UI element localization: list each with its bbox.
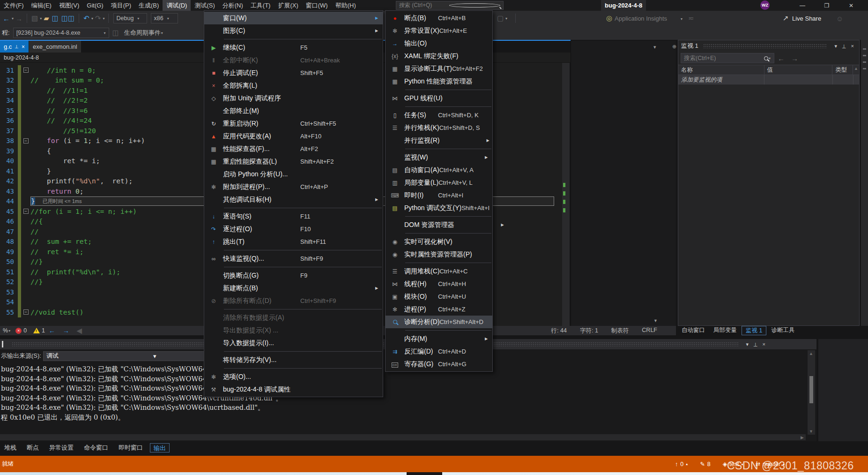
tab-局部变量[interactable]: 局部变量: [710, 326, 741, 335]
menu-item[interactable]: 新建断点(B)▶: [204, 282, 383, 294]
watch-add-row[interactable]: 添加要监视的项: [678, 75, 859, 85]
tab-监视 1[interactable]: 监视 1: [742, 326, 766, 335]
app-insights-label[interactable]: Application Insights: [615, 15, 667, 22]
menubar-item[interactable]: 分析(N): [219, 0, 247, 11]
lifecycle-events-label[interactable]: 生命周期事件: [124, 29, 161, 37]
undo-dropdown-icon[interactable]: ▾: [91, 16, 93, 21]
menu-item[interactable]: {x}XAML 绑定失败(F): [386, 50, 492, 62]
menu-item[interactable]: ▤自动窗口(A)Ctrl+Alt+V, A: [386, 164, 492, 176]
tab-堆栈[interactable]: 堆栈: [1, 443, 20, 452]
menu-item[interactable]: 诊断分析(D)Ctrl+Shift+Alt+D: [386, 316, 492, 328]
undo-icon[interactable]: ↶: [83, 14, 89, 23]
navigate-back-dropdown-icon[interactable]: ▾: [12, 16, 14, 21]
menu-item[interactable]: 0X寄存器(G)Ctrl+Alt+G: [386, 358, 492, 370]
collapse-icon[interactable]: −: [23, 309, 29, 315]
warning-count[interactable]: 1: [42, 327, 45, 334]
collapse-icon[interactable]: −: [23, 209, 29, 214]
open-file-icon[interactable]: ▰: [44, 14, 49, 23]
snapshot-icon[interactable]: ◫: [112, 29, 119, 37]
menu-item[interactable]: ▦Python 性能资源管理器: [386, 75, 492, 88]
navigate-back-icon[interactable]: ←: [3, 15, 10, 23]
window-menu-icon[interactable]: ▾: [653, 44, 656, 50]
menu-item[interactable]: ●断点(B)Ctrl+Alt+B: [386, 12, 492, 24]
menu-item[interactable]: 清除所有数据提示(A): [204, 311, 383, 324]
platform-dropdown[interactable]: x86▾: [151, 13, 178, 23]
fold-margin[interactable]: −: [21, 138, 30, 143]
scroll-down-icon[interactable]: ▼: [809, 429, 813, 434]
menu-item[interactable]: ▥局部变量(L)Ctrl+Alt+V, L: [386, 176, 492, 189]
menu-item[interactable]: ✻进程(P)Ctrl+Alt+Z: [386, 303, 492, 316]
debug-target-icon[interactable]: ▢: [497, 14, 504, 23]
menu-item[interactable]: 全部终止(M): [204, 105, 383, 117]
solution-config-dropdown[interactable]: Debug▾: [113, 13, 147, 23]
app-insights-dropdown-icon[interactable]: ▾: [681, 17, 683, 21]
redo-icon[interactable]: ↷: [95, 14, 101, 23]
output-scrollbar[interactable]: ▲ ▼: [808, 350, 815, 435]
menu-item[interactable]: ◉实时属性资源管理器(P): [386, 248, 492, 261]
watch-forward-icon[interactable]: →: [791, 54, 798, 62]
editor-scrollbar[interactable]: [562, 63, 570, 326]
menu-item[interactable]: →输出(O): [386, 37, 492, 50]
close-icon[interactable]: ×: [763, 341, 765, 347]
pin-icon[interactable]: ⊤: [753, 341, 758, 347]
fold-margin[interactable]: −: [21, 68, 30, 73]
menu-item[interactable]: ▦显示诊断工具(T)Ctrl+Alt+F2: [386, 62, 492, 75]
menu-item[interactable]: 导入数据提示(I)...: [204, 337, 383, 349]
menu-item[interactable]: 切换断点(G)F9: [204, 269, 383, 282]
menu-item[interactable]: ▶继续(C)F5: [204, 41, 383, 54]
feedback-icon[interactable]: ☺: [836, 15, 843, 23]
menubar-item[interactable]: 帮助(H): [332, 0, 360, 11]
collapse-icon[interactable]: −: [23, 68, 29, 73]
menu-item[interactable]: ↻重新启动(R)Ctrl+Shift+F5: [204, 117, 383, 130]
scroll-up-icon[interactable]: ▲: [809, 351, 813, 356]
tab-异常设置[interactable]: 异常设置: [46, 443, 77, 452]
tab-bug-c[interactable]: g.c ⊤ ×: [0, 41, 29, 53]
window-position-icon[interactable]: ▾: [834, 43, 837, 49]
menubar-item[interactable]: Git(G): [83, 0, 107, 11]
options-gear-icon[interactable]: ⊕: [672, 44, 676, 50]
output-hscrollbar[interactable]: ▶: [0, 434, 806, 440]
menubar-item[interactable]: 窗口(W): [302, 0, 332, 11]
menu-item[interactable]: 内存(M)▶: [386, 332, 492, 345]
minimize-button[interactable]: —: [792, 0, 813, 11]
menu-item[interactable]: ↷逐过程(O)F10: [204, 223, 383, 235]
prev-issue-icon[interactable]: ←: [49, 327, 55, 334]
menubar-item[interactable]: 测试(S): [191, 0, 218, 11]
menu-item[interactable]: ☰并行堆栈(K)Ctrl+Shift+D, S: [386, 121, 492, 134]
watch-search-box[interactable]: 搜索(Ctrl+E) ▾: [681, 53, 774, 63]
collapse-icon[interactable]: ◀: [77, 327, 82, 334]
menu-item[interactable]: 将转储另存为(V)...: [204, 354, 383, 366]
menu-item[interactable]: ⌨即时(I)Ctrl+Alt+I: [386, 189, 492, 202]
next-issue-icon[interactable]: →: [63, 327, 69, 334]
menu-item[interactable]: 图形(C)▶: [204, 24, 383, 37]
menubar-item[interactable]: 生成(B): [135, 0, 163, 11]
menu-item[interactable]: ⇉反汇编(D)Ctrl+Alt+D: [386, 345, 492, 358]
menu-item[interactable]: ✻附加到进程(P)...Ctrl+Alt+P: [204, 181, 383, 193]
tab-命令窗口[interactable]: 命令窗口: [81, 443, 111, 452]
navigate-forward-icon[interactable]: →: [15, 15, 22, 23]
close-tab-icon[interactable]: ×: [22, 44, 25, 50]
lifecycle-dropdown-icon[interactable]: ▾: [161, 31, 163, 35]
watch-cell[interactable]: 添加要监视的项: [678, 75, 764, 84]
menu-item[interactable]: ▦性能探查器(F)...Alt+F2: [204, 143, 383, 155]
menu-item[interactable]: 并行监视(R)▶: [386, 134, 492, 147]
save-icon[interactable]: ◫: [52, 14, 59, 23]
watch-column-header[interactable]: 名称: [678, 65, 764, 75]
pin-icon[interactable]: ⊤: [15, 44, 19, 49]
save-all-icon[interactable]: ◫◫: [61, 14, 74, 23]
error-count[interactable]: 0: [23, 327, 27, 334]
pending-edits[interactable]: ✎ 8: [700, 460, 710, 467]
tab-断点[interactable]: 断点: [23, 443, 42, 452]
menu-item[interactable]: ◇附加 Unity 调试程序: [204, 92, 383, 105]
scroll-up-icon[interactable]: ▲: [853, 65, 859, 75]
new-item-icon[interactable]: ▧: [31, 14, 38, 23]
tab-exe-common-inl[interactable]: exe_common.inl: [29, 41, 81, 53]
push-count[interactable]: ↑ 0 ▴: [675, 461, 688, 467]
menu-item[interactable]: ⊘删除所有断点(D)Ctrl+Shift+F9: [204, 294, 383, 307]
menu-item[interactable]: ▦重启性能探查器(L)Shift+Alt+F2: [204, 155, 383, 168]
live-share-icon[interactable]: ↗: [783, 14, 789, 23]
menubar-item[interactable]: 工具(T): [247, 0, 274, 11]
menu-item[interactable]: 窗口(W)▶: [204, 12, 383, 24]
close-button[interactable]: ✕: [840, 0, 862, 11]
menu-item[interactable]: DOM 资源管理器▶: [386, 219, 492, 231]
